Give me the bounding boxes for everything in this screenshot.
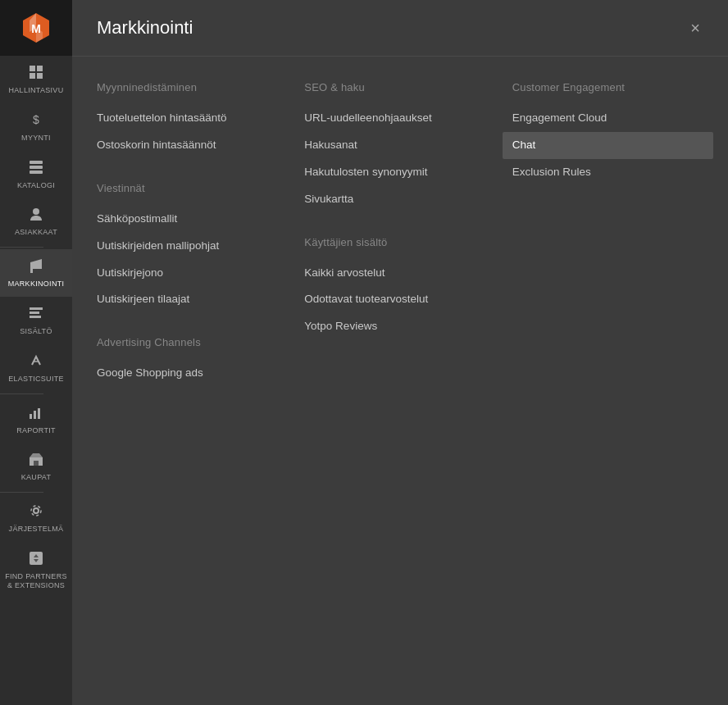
menu-section-1-1: Käyttäjien sisältöKaikki arvostelutOdott… bbox=[304, 236, 495, 341]
menu-item-1-0-0[interactable]: URL-uudelleenohjaaukset bbox=[304, 105, 495, 132]
magento-logo-icon: M bbox=[18, 10, 54, 46]
hallintasivu-icon bbox=[28, 64, 44, 83]
close-button[interactable]: × bbox=[687, 16, 703, 39]
sidebar-label-kaupat: KAUPAT bbox=[21, 473, 51, 482]
sidebar-label-myynti: MYYNTI bbox=[21, 134, 51, 143]
elasticsuite-icon bbox=[28, 352, 44, 371]
sidebar-label-find-partners: FIND PARTNERS & EXTENSIONS bbox=[3, 572, 69, 590]
menu-column-1: SEO & hakuURL-uudelleenohjaauksetHakusan… bbox=[304, 81, 512, 410]
svg-rect-15 bbox=[30, 307, 43, 310]
svg-rect-17 bbox=[30, 316, 41, 318]
menu-section-1-0: SEO & hakuURL-uudelleenohjaauksetHakusan… bbox=[304, 81, 495, 213]
svg-rect-7 bbox=[37, 73, 43, 79]
menu-item-2-0-1[interactable]: Chat bbox=[503, 132, 713, 159]
svg-rect-4 bbox=[30, 66, 35, 71]
menu-item-1-1-2[interactable]: Yotpo Reviews bbox=[304, 313, 495, 340]
svg-text:M: M bbox=[31, 22, 41, 35]
svg-point-24 bbox=[31, 506, 41, 516]
sidebar: M HALLINTASIVU$MYYNTIKATALOGIASIAKKAATMA… bbox=[0, 0, 72, 705]
sidebar-label-markkinointi: MARKKINOINTI bbox=[8, 280, 65, 289]
page-title: Markkinointi bbox=[97, 17, 193, 39]
asiakkaat-icon bbox=[28, 206, 44, 225]
menu-grid: MyynninedistäminenTuoteluettelon hintasä… bbox=[72, 57, 728, 434]
menu-item-0-0-1[interactable]: Ostoskorin hintasäännöt bbox=[97, 132, 288, 159]
svg-rect-14 bbox=[30, 269, 33, 273]
sidebar-item-kaupat[interactable]: KAUPAT bbox=[0, 443, 72, 490]
menu-item-0-1-1[interactable]: Uutiskirjeiden mallipohjat bbox=[97, 233, 288, 260]
sidebar-item-sisalto[interactable]: SISÄLTÖ bbox=[0, 297, 72, 344]
menu-column-2: Customer EngagementEngagement CloudChatE… bbox=[512, 81, 703, 410]
sidebar-item-elasticsuite[interactable]: ELASTICSUITE bbox=[0, 344, 72, 392]
sidebar-item-hallintasivu[interactable]: HALLINTASIVU bbox=[0, 56, 72, 103]
menu-item-1-1-1[interactable]: Odottavat tuotearvostelut bbox=[304, 286, 495, 313]
svg-rect-16 bbox=[30, 312, 39, 314]
sidebar-item-katalogi[interactable]: KATALOGI bbox=[0, 151, 72, 198]
menu-section-0-1: ViestinnätSähköpostimallitUutiskirjeiden… bbox=[97, 182, 288, 314]
kaupat-icon bbox=[28, 451, 44, 470]
raportit-icon bbox=[28, 404, 44, 423]
sidebar-item-markkinointi[interactable]: MARKKINOINTI bbox=[0, 249, 72, 297]
sisalto-icon bbox=[28, 305, 44, 324]
section-heading-0-2: Advertising Channels bbox=[97, 336, 288, 348]
menu-section-0-2: Advertising ChannelsGoogle Shopping ads bbox=[97, 336, 288, 387]
menu-item-1-0-1[interactable]: Hakusanat bbox=[304, 132, 495, 159]
menu-item-1-0-3[interactable]: Sivukartta bbox=[304, 186, 495, 213]
jarjestelma-icon bbox=[28, 503, 44, 521]
menu-item-1-0-2[interactable]: Hakutulosten synonyymit bbox=[304, 159, 495, 186]
section-heading-1-1: Käyttäjien sisältö bbox=[304, 236, 495, 248]
svg-text:$: $ bbox=[33, 113, 39, 126]
svg-rect-11 bbox=[30, 171, 43, 174]
menu-item-0-1-3[interactable]: Uutiskirjeen tilaajat bbox=[97, 286, 288, 313]
section-heading-0-1: Viestinnät bbox=[97, 182, 288, 194]
myynti-icon: $ bbox=[28, 111, 44, 130]
sidebar-label-asiakkaat: ASIAKKAAT bbox=[15, 228, 57, 237]
svg-rect-25 bbox=[30, 552, 43, 565]
menu-item-2-0-2[interactable]: Exclusion Rules bbox=[512, 159, 703, 186]
svg-rect-18 bbox=[30, 414, 32, 419]
menu-item-0-2-0[interactable]: Google Shopping ads bbox=[97, 360, 288, 387]
svg-rect-10 bbox=[30, 166, 43, 169]
svg-rect-20 bbox=[38, 408, 40, 419]
menu-item-0-0-0[interactable]: Tuoteluettelon hintasääntö bbox=[97, 105, 288, 132]
sidebar-label-raportit: RAPORTIT bbox=[16, 426, 56, 435]
sidebar-item-find-partners[interactable]: FIND PARTNERS & EXTENSIONS bbox=[0, 542, 72, 598]
svg-rect-19 bbox=[34, 411, 36, 419]
svg-rect-9 bbox=[30, 161, 43, 164]
sidebar-label-katalogi: KATALOGI bbox=[17, 181, 55, 190]
svg-rect-6 bbox=[30, 73, 35, 79]
sidebar-item-raportit[interactable]: RAPORTIT bbox=[0, 396, 72, 443]
find-partners-icon bbox=[28, 550, 44, 569]
katalogi-icon bbox=[28, 159, 44, 178]
section-heading-0-0: Myynninedistäminen bbox=[97, 81, 288, 93]
menu-section-2-0: Customer EngagementEngagement CloudChatE… bbox=[512, 81, 703, 186]
sidebar-item-asiakkaat[interactable]: ASIAKKAAT bbox=[0, 198, 72, 245]
sidebar-item-jarjestelma[interactable]: JÄRJESTELMÄ bbox=[0, 494, 72, 542]
panel-header: Markkinointi × bbox=[72, 0, 728, 57]
menu-section-0-0: MyynninedistäminenTuoteluettelon hintasä… bbox=[97, 81, 288, 159]
sidebar-label-hallintasivu: HALLINTASIVU bbox=[9, 86, 64, 95]
menu-column-0: MyynninedistäminenTuoteluettelon hintasä… bbox=[97, 81, 304, 410]
menu-item-0-1-2[interactable]: Uutiskirjejono bbox=[97, 260, 288, 287]
section-heading-1-0: SEO & haku bbox=[304, 81, 495, 93]
svg-point-12 bbox=[33, 208, 39, 215]
svg-rect-22 bbox=[34, 461, 39, 466]
menu-item-0-1-0[interactable]: Sähköpostimallit bbox=[97, 206, 288, 233]
sidebar-item-myynti[interactable]: $MYYNTI bbox=[0, 103, 72, 151]
svg-point-23 bbox=[34, 508, 39, 513]
menu-item-1-1-0[interactable]: Kaikki arvostelut bbox=[304, 260, 495, 287]
section-heading-2-0: Customer Engagement bbox=[512, 81, 703, 93]
sidebar-label-sisalto: SISÄLTÖ bbox=[20, 327, 52, 336]
svg-marker-13 bbox=[30, 259, 42, 269]
sidebar-label-jarjestelma: JÄRJESTELMÄ bbox=[9, 525, 64, 534]
sidebar-logo[interactable]: M bbox=[0, 0, 72, 56]
markkinointi-icon bbox=[28, 257, 44, 276]
main-panel: Markkinointi × MyynninedistäminenTuotelu… bbox=[72, 0, 728, 705]
svg-rect-5 bbox=[37, 66, 43, 71]
sidebar-label-elasticsuite: ELASTICSUITE bbox=[8, 375, 64, 384]
menu-item-2-0-0[interactable]: Engagement Cloud bbox=[512, 105, 703, 132]
